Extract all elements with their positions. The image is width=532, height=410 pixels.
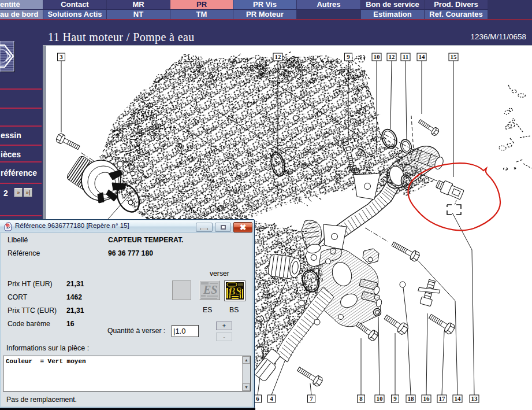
svg-text:12: 12: [389, 53, 396, 60]
svg-text:15: 15: [451, 53, 457, 60]
svg-text:14: 14: [455, 395, 462, 402]
svg-text:9: 9: [347, 53, 350, 60]
svg-text:10: 10: [377, 395, 384, 402]
svg-text:13: 13: [471, 395, 478, 402]
svg-text:16: 16: [423, 395, 430, 402]
svg-text:8: 8: [359, 395, 363, 402]
svg-text:9: 9: [393, 395, 397, 402]
svg-text:11: 11: [403, 53, 408, 60]
svg-text:7: 7: [310, 395, 313, 402]
svg-text:4: 4: [270, 395, 273, 402]
svg-text:12: 12: [275, 53, 282, 60]
svg-text:18: 18: [408, 395, 415, 402]
svg-text:6: 6: [256, 395, 259, 402]
svg-text:14: 14: [419, 53, 426, 60]
svg-text:BS: BS: [228, 285, 241, 297]
svg-text:3: 3: [59, 53, 63, 60]
svg-text:ES: ES: [203, 283, 217, 296]
svg-text:10: 10: [374, 53, 381, 60]
svg-text:17: 17: [439, 395, 446, 402]
